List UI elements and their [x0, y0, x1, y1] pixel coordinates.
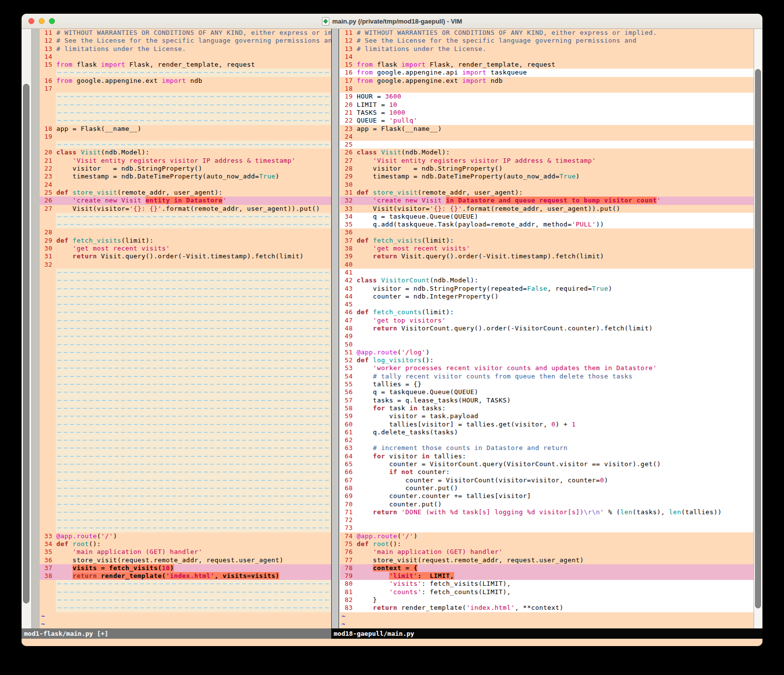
- code-row[interactable]: 18: [340, 85, 754, 93]
- code-row[interactable]: 18app = Flask(__name__): [40, 125, 331, 133]
- code-row[interactable]: 31def store_visit(remote_addr, user_agen…: [340, 189, 754, 197]
- code-row[interactable]: 15from flask import Flask, render_templa…: [340, 61, 754, 69]
- code-row[interactable]: 20class Visit(ndb.Model):: [40, 149, 331, 156]
- code-row[interactable]: 75def root():: [340, 540, 754, 548]
- code-row[interactable]: 44 counter = ndb.IntegerProperty(): [340, 293, 754, 300]
- code-row[interactable]: 32 'create new Visit in Datastore and qu…: [340, 197, 754, 204]
- code-row[interactable]: 80 'visits': fetch_visits(LIMIT),: [340, 580, 754, 588]
- code-row[interactable]: 23app = Flask(__name__): [340, 125, 754, 133]
- code-row[interactable]: 35 q.add(taskqueue.Task(payload=remote_a…: [340, 221, 754, 228]
- code-row[interactable]: 23 timestamp = ndb.DateTimeProperty(auto…: [40, 173, 331, 180]
- code-row[interactable]: 16from google.appengine.ext import ndb: [40, 77, 331, 85]
- code-row[interactable]: 11# WITHOUT WARRANTIES OR CONDITIONS OF …: [340, 29, 754, 37]
- code-row[interactable]: 28 visitor = ndb.StringProperty(): [340, 165, 754, 173]
- code-row[interactable]: 72: [340, 516, 754, 524]
- code-row[interactable]: 38 return render_template('index.html', …: [40, 572, 331, 580]
- code-row[interactable]: 78 context = {: [340, 564, 754, 572]
- code-row[interactable]: 52def log_visitors():: [340, 356, 754, 364]
- code-row[interactable]: 16from google.appengine.api import taskq…: [340, 69, 754, 76]
- code-row[interactable]: 19HOUR = 3600: [340, 93, 754, 100]
- code-row[interactable]: 82 }: [340, 596, 754, 604]
- code-row[interactable]: 17from google.appengine.ext import ndb: [340, 77, 754, 85]
- code-row[interactable]: 43 visitor = ndb.StringProperty(repeated…: [340, 285, 754, 293]
- code-row[interactable]: 55 tallies = {}: [340, 380, 754, 388]
- code-row[interactable]: 37 visits = fetch_visits(10): [40, 564, 331, 572]
- code-row[interactable]: 65 counter = VisitorCount.query(VisitorC…: [340, 460, 754, 468]
- code-row[interactable]: 49: [340, 332, 754, 340]
- code-row[interactable]: 71 return 'DONE (with %d task[s] logging…: [340, 508, 754, 516]
- code-row[interactable]: 12# See the License for the specific lan…: [40, 37, 331, 45]
- code-row[interactable]: 47 'get top visitors': [340, 317, 754, 325]
- code-row[interactable]: 60 tallies[visitor] = tallies.get(visito…: [340, 421, 754, 428]
- code-row[interactable]: 26 'create new Visit entity in Datastore…: [40, 197, 331, 204]
- code-row[interactable]: 61 q.delete_tasks(tasks): [340, 428, 754, 436]
- code-row[interactable]: 40: [340, 261, 754, 269]
- code-row[interactable]: 29def fetch_visits(limit):: [40, 237, 331, 245]
- code-row[interactable]: 48 return VisitorCount.query().order(-Vi…: [340, 325, 754, 332]
- code-row[interactable]: 36: [340, 228, 754, 236]
- code-row[interactable]: 74@app.route('/'): [340, 532, 754, 540]
- zoom-button[interactable]: [49, 18, 55, 24]
- code-row[interactable]: 66 if not counter:: [340, 468, 754, 476]
- code-row[interactable]: 62: [340, 436, 754, 444]
- code-row[interactable]: 68 counter.put(): [340, 484, 754, 492]
- code-row[interactable]: 14: [340, 53, 754, 61]
- code-row[interactable]: 25def store_visit(remote_addr, user_agen…: [40, 189, 331, 197]
- code-row[interactable]: 33@app.route('/'): [40, 532, 331, 540]
- code-row[interactable]: 51@app.route('/log'): [340, 349, 754, 356]
- code-row[interactable]: 22QUEUE = 'pullq': [340, 117, 754, 125]
- code-row[interactable]: 57 tasks = q.lease_tasks(HOUR, TASKS): [340, 397, 754, 404]
- code-row[interactable]: 58 for task in tasks:: [340, 404, 754, 412]
- code-row[interactable]: 39 return Visit.query().order(-Visit.tim…: [340, 252, 754, 260]
- minimize-button[interactable]: [39, 18, 45, 24]
- code-row[interactable]: 37def fetch_visits(limit):: [340, 237, 754, 245]
- code-row[interactable]: 54 # tally recent visitor counts from qu…: [340, 373, 754, 380]
- code-row[interactable]: 27 Visit(visitor='{}: {}'.format(remote_…: [40, 205, 331, 213]
- code-row[interactable]: 73: [340, 524, 754, 532]
- code-row[interactable]: 13# limitations under the License.: [340, 45, 754, 53]
- right-scrollbar-thumb[interactable]: [755, 69, 761, 608]
- code-row[interactable]: 30: [340, 181, 754, 189]
- code-row[interactable]: 21TASKS = 1000: [340, 109, 754, 117]
- code-row[interactable]: 81 'counts': fetch_counts(LIMIT),: [340, 588, 754, 596]
- code-row[interactable]: 11# WITHOUT WARRANTIES OR CONDITIONS OF …: [40, 29, 331, 37]
- code-row[interactable]: 45: [340, 300, 754, 308]
- window-titlebar[interactable]: main.py (/private/tmp/mod18-gaepull) - V…: [22, 14, 762, 29]
- code-row[interactable]: 31 return Visit.query().order(-Visit.tim…: [40, 252, 331, 260]
- code-row[interactable]: 26class Visit(ndb.Model):: [340, 149, 754, 156]
- code-row[interactable]: 64 for visitor in tallies:: [340, 452, 754, 460]
- right-code-pane[interactable]: 11# WITHOUT WARRANTIES OR CONDITIONS OF …: [340, 29, 754, 628]
- code-row[interactable]: 59 visitor = task.payload: [340, 412, 754, 420]
- left-code-pane[interactable]: 11# WITHOUT WARRANTIES OR CONDITIONS OF …: [40, 29, 331, 628]
- left-pane-scrollbar[interactable]: [22, 29, 32, 628]
- code-row[interactable]: 22 visitor = ndb.StringProperty(): [40, 165, 331, 173]
- right-pane-scrollbar[interactable]: [754, 29, 762, 628]
- code-row[interactable]: 77 store_visit(request.remote_addr, requ…: [340, 556, 754, 564]
- vertical-split-divider[interactable]: [331, 29, 340, 628]
- code-row[interactable]: 53 'worker processes recent visitor coun…: [340, 364, 754, 372]
- code-row[interactable]: 14: [40, 53, 331, 61]
- code-row[interactable]: 35 'main application (GET) handler': [40, 548, 331, 556]
- code-row[interactable]: 17: [40, 85, 331, 93]
- code-row[interactable]: 83 return render_template('index.html', …: [340, 604, 754, 612]
- code-row[interactable]: 28: [40, 228, 331, 236]
- code-row[interactable]: 21 'Visit entity registers visitor IP ad…: [40, 157, 331, 165]
- code-row[interactable]: 46def fetch_counts(limit):: [340, 308, 754, 316]
- code-row[interactable]: 76 'main application (GET) handler': [340, 548, 754, 556]
- code-row[interactable]: 12# See the License for the specific lan…: [340, 37, 754, 45]
- code-row[interactable]: 79 'limit': LIMIT,: [340, 572, 754, 580]
- code-row[interactable]: 30 'get most recent visits': [40, 245, 331, 252]
- code-row[interactable]: 20LIMIT = 10: [340, 101, 754, 109]
- code-row[interactable]: 15from flask import Flask, render_templa…: [40, 61, 331, 69]
- code-row[interactable]: 34 q = taskqueue.Queue(QUEUE): [340, 213, 754, 221]
- code-row[interactable]: 50: [340, 341, 754, 349]
- close-button[interactable]: [28, 18, 34, 24]
- code-row[interactable]: 25: [340, 141, 754, 149]
- code-row[interactable]: 36 store_visit(request.remote_addr, requ…: [40, 556, 331, 564]
- code-row[interactable]: 24: [40, 181, 331, 189]
- code-row[interactable]: 34def root():: [40, 540, 331, 548]
- left-scrollbar-thumb[interactable]: [23, 84, 29, 603]
- code-row[interactable]: 32: [40, 261, 331, 269]
- code-row[interactable]: 24: [340, 133, 754, 141]
- code-row[interactable]: 41: [340, 269, 754, 276]
